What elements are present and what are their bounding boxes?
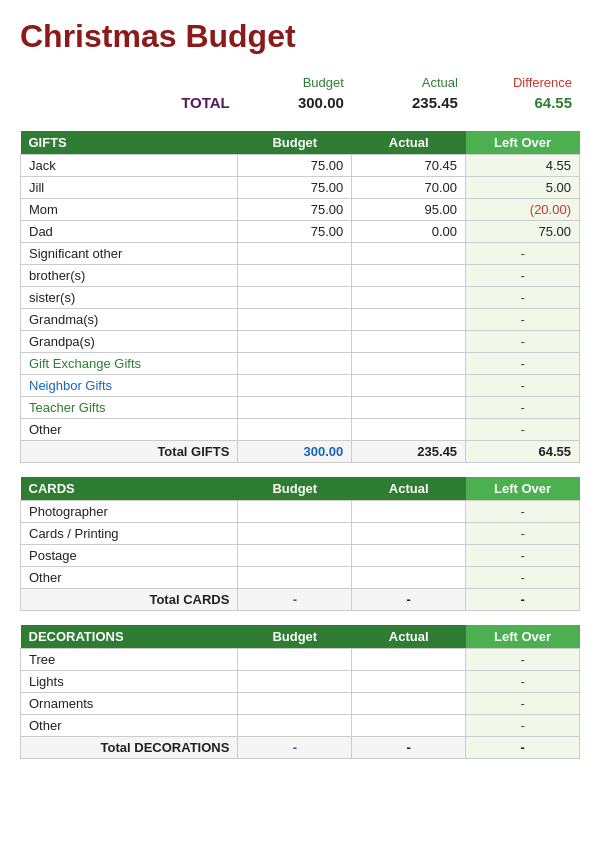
- summary-actual-header: Actual: [352, 73, 466, 92]
- row-label: Mom: [21, 199, 238, 221]
- decorations-col-budget: Budget: [238, 625, 352, 649]
- decorations-col-actual: Actual: [352, 625, 466, 649]
- row-label: sister(s): [21, 287, 238, 309]
- row-label: Ornaments: [21, 693, 238, 715]
- summary-total-label: TOTAL: [20, 92, 238, 113]
- row-budget: [238, 353, 352, 375]
- summary-budget-header: Budget: [238, 73, 352, 92]
- gifts-col-budget: Budget: [238, 131, 352, 155]
- row-budget: [238, 265, 352, 287]
- row-label: Other: [21, 419, 238, 441]
- table-row: Cards / Printing -: [21, 523, 580, 545]
- row-actual: [352, 287, 466, 309]
- row-actual: [352, 243, 466, 265]
- summary-total-diff: 64.55: [466, 92, 580, 113]
- row-budget: [238, 287, 352, 309]
- total-actual: -: [352, 737, 466, 759]
- row-label: Tree: [21, 649, 238, 671]
- row-label: Grandpa(s): [21, 331, 238, 353]
- decorations-section-label: DECORATIONS: [21, 625, 238, 649]
- row-budget: 75.00: [238, 177, 352, 199]
- row-label: Lights: [21, 671, 238, 693]
- decorations-col-leftover: Left Over: [466, 625, 580, 649]
- row-leftover: -: [466, 265, 580, 287]
- row-leftover: -: [466, 375, 580, 397]
- row-label: brother(s): [21, 265, 238, 287]
- table-row: Postage -: [21, 545, 580, 567]
- row-budget: 75.00: [238, 155, 352, 177]
- row-label: Jack: [21, 155, 238, 177]
- row-budget: [238, 545, 352, 567]
- gifts-table: GIFTS Budget Actual Left Over Jack 75.00…: [20, 131, 580, 463]
- row-leftover: -: [466, 649, 580, 671]
- summary-total-actual: 235.45: [352, 92, 466, 113]
- summary-diff-header: Difference: [466, 73, 580, 92]
- row-actual: [352, 671, 466, 693]
- total-row: Total CARDS - - -: [21, 589, 580, 611]
- row-budget: 75.00: [238, 221, 352, 243]
- row-actual: [352, 397, 466, 419]
- row-label: Dad: [21, 221, 238, 243]
- total-actual: 235.45: [352, 441, 466, 463]
- row-actual: [352, 375, 466, 397]
- row-leftover: -: [466, 545, 580, 567]
- table-row: Jill 75.00 70.00 5.00: [21, 177, 580, 199]
- row-actual: [352, 693, 466, 715]
- table-row: Photographer -: [21, 501, 580, 523]
- row-leftover: -: [466, 331, 580, 353]
- row-leftover: -: [466, 715, 580, 737]
- row-budget: [238, 419, 352, 441]
- row-leftover: -: [466, 501, 580, 523]
- row-budget: [238, 331, 352, 353]
- row-actual: [352, 419, 466, 441]
- row-budget: [238, 501, 352, 523]
- total-leftover: -: [466, 737, 580, 759]
- row-label: Postage: [21, 545, 238, 567]
- row-label: Teacher Gifts: [21, 397, 238, 419]
- row-label: Other: [21, 567, 238, 589]
- row-actual: [352, 353, 466, 375]
- total-row: Total DECORATIONS - - -: [21, 737, 580, 759]
- row-label: Significant other: [21, 243, 238, 265]
- table-row: Other -: [21, 715, 580, 737]
- row-label: Neighbor Gifts: [21, 375, 238, 397]
- row-actual: [352, 545, 466, 567]
- row-label: Gift Exchange Gifts: [21, 353, 238, 375]
- row-leftover: 4.55: [466, 155, 580, 177]
- table-row: brother(s) -: [21, 265, 580, 287]
- total-actual: -: [352, 589, 466, 611]
- total-label: Total DECORATIONS: [21, 737, 238, 759]
- cards-col-actual: Actual: [352, 477, 466, 501]
- row-leftover: -: [466, 523, 580, 545]
- table-row: Neighbor Gifts -: [21, 375, 580, 397]
- table-row: Dad 75.00 0.00 75.00: [21, 221, 580, 243]
- table-row: Other -: [21, 567, 580, 589]
- gifts-section-label: GIFTS: [21, 131, 238, 155]
- row-leftover: -: [466, 671, 580, 693]
- row-budget: [238, 375, 352, 397]
- cards-col-leftover: Left Over: [466, 477, 580, 501]
- row-budget: [238, 523, 352, 545]
- table-row: Ornaments -: [21, 693, 580, 715]
- table-row: Significant other -: [21, 243, 580, 265]
- row-label: Other: [21, 715, 238, 737]
- total-label: Total CARDS: [21, 589, 238, 611]
- summary-total-budget: 300.00: [238, 92, 352, 113]
- table-row: Grandma(s) -: [21, 309, 580, 331]
- row-budget: [238, 397, 352, 419]
- table-row: Mom 75.00 95.00 (20.00): [21, 199, 580, 221]
- table-row: Other -: [21, 419, 580, 441]
- row-leftover: (20.00): [466, 199, 580, 221]
- table-row: sister(s) -: [21, 287, 580, 309]
- total-budget: 300.00: [238, 441, 352, 463]
- cards-header-row: CARDS Budget Actual Left Over: [21, 477, 580, 501]
- row-actual: [352, 523, 466, 545]
- row-budget: [238, 715, 352, 737]
- row-leftover: -: [466, 567, 580, 589]
- total-row: Total GIFTS 300.00 235.45 64.55: [21, 441, 580, 463]
- table-row: Teacher Gifts -: [21, 397, 580, 419]
- decorations-table: DECORATIONS Budget Actual Left Over Tree…: [20, 625, 580, 759]
- table-row: Jack 75.00 70.45 4.55: [21, 155, 580, 177]
- row-actual: [352, 501, 466, 523]
- summary-table: Budget Actual Difference TOTAL 300.00 23…: [20, 73, 580, 113]
